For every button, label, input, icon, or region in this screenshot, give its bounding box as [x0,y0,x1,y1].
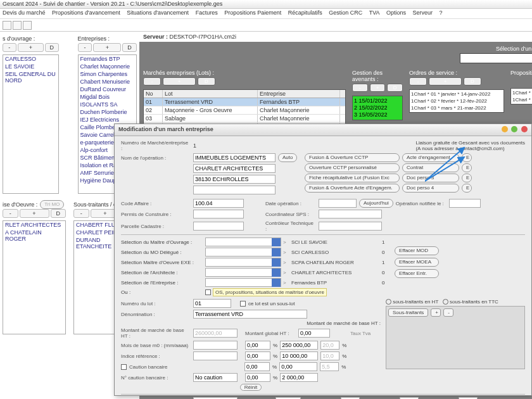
menu-item[interactable]: Gestion CRC [329,10,362,16]
minimize-icon[interactable] [502,126,508,132]
d-button[interactable]: D [51,209,66,218]
d-button[interactable]: D [387,84,403,92]
list-item[interactable]: 1Charl * S02 * L01 * juillet * [512,96,532,103]
effacer-mod-button[interactable]: Effacer MOD [395,246,439,255]
list-item[interactable]: CARLESSO [3,55,58,63]
r3c[interactable] [320,362,339,371]
dateop-input[interactable] [319,199,357,208]
doc-button[interactable]: Ouverture CCTP personnalisé [305,163,400,172]
toolbar-button[interactable] [23,21,32,30]
close-icon[interactable] [521,126,528,132]
effacer-entr-button[interactable]: Effacer Entr. [395,269,439,278]
list-item[interactable]: SEIL GENERAL DU NORD [3,70,58,84]
r1c[interactable] [320,341,339,350]
e-button[interactable]: E [462,163,472,172]
sel-moexe-dd[interactable] [205,258,281,267]
add-st-button[interactable]: + [431,308,441,317]
op1-input[interactable] [193,153,276,162]
menu-item[interactable]: Situations d'avancement [127,10,189,16]
add-button[interactable]: + [163,77,196,86]
r2a[interactable] [245,352,270,360]
st-ttc-radio[interactable] [443,299,448,305]
list-item[interactable]: Chabert Menuiserie [79,78,136,86]
os-checkbox[interactable] [205,289,211,295]
add-button[interactable]: + [20,209,49,218]
sel-ent-dd[interactable] [205,278,281,287]
code-input[interactable] [193,199,244,208]
remove-button[interactable]: - [143,77,161,86]
list-item[interactable]: DuRand Couvreur [79,86,136,93]
menu-item[interactable]: Factures [196,10,218,16]
menu-item[interactable]: Récapitulatifs [288,10,322,16]
list-item[interactable]: Duchen Plomberie [79,108,136,116]
d-button[interactable]: D [122,43,137,52]
table-row[interactable]: 01Terrassement VRDFernandes BTP [144,98,345,106]
caution-checkbox[interactable] [121,364,127,370]
marche-dropdown[interactable]: ▼ [460,53,532,63]
orders-box[interactable]: 1Charl * 01 * janvier * 14-janv-2022 1Ch… [409,89,504,113]
doc-button[interactable]: Acte d'engagement [402,153,459,162]
parcelle-input[interactable] [193,222,244,231]
d-button[interactable]: D [464,77,481,86]
list-item[interactable]: 1Charl * S01 * L01 * mai * 1 [512,89,532,96]
remove-button[interactable]: - [73,209,89,218]
numlot-input[interactable] [193,299,231,308]
op2-input[interactable] [193,164,276,173]
coord-input[interactable] [319,210,382,218]
menu-item[interactable]: Propositions d'avancement [52,10,120,16]
ctrl-input[interactable] [319,222,382,231]
effacer-moea-button[interactable]: Effacer MOEA [395,258,439,267]
mbase-input[interactable] [193,329,238,338]
auto-button[interactable]: Auto [278,153,297,162]
remove-button[interactable]: - [352,84,368,92]
list-item[interactable]: Fernandes BTP [79,55,136,63]
remove-button[interactable]: - [409,77,427,86]
opnot-input[interactable] [449,199,481,208]
st-ht-radio[interactable] [386,299,391,305]
list-item[interactable]: 1Charl * 03 * mars * 21-mar-2022 [411,104,502,111]
r1b[interactable] [280,341,318,350]
r2b[interactable] [280,352,318,360]
list-item[interactable]: Simon Charpentes [79,70,136,78]
add-button[interactable]: + [18,43,44,52]
remove-st-button[interactable]: - [443,308,453,317]
e-button[interactable]: E [462,174,472,182]
mglob-input[interactable] [298,329,330,338]
sel-mod-dd[interactable] [205,248,281,256]
menu-item[interactable]: Options [386,10,406,16]
menu-item[interactable]: Serveur [413,10,433,16]
reinit-button[interactable]: Réinit [240,384,262,391]
op3-input[interactable] [193,175,276,184]
table-row[interactable]: 03SablageCharlet Maçonnerie [144,115,345,123]
remove-button[interactable]: - [78,43,92,52]
list-item[interactable]: 1Charl * 02 * février * 12-fév-2022 [411,98,502,104]
list-item[interactable]: A CHATELAIN ROGER [3,229,65,243]
moisbase-input[interactable] [193,341,238,350]
moe-list[interactable]: RLET ARCHITECTES A CHATELAIN ROGER [3,220,66,334]
list-item[interactable]: ISOLANTS SA [79,101,136,108]
list-item[interactable]: IEJ Electriciens [79,116,136,124]
list-item[interactable]: 3 15/05/2022 [354,111,401,118]
list-item[interactable]: 1Charl * 01 * janvier * 14-janv-2022 [411,91,502,98]
r4b[interactable] [280,373,318,382]
r3b[interactable] [279,362,317,371]
list-item[interactable]: Charlet Maçonnerie [79,63,136,70]
sel-arch-dd[interactable] [205,268,281,277]
table-row[interactable]: 02Maçonnerie - Gros OeuvreCharlet Maçonn… [144,106,345,115]
ncaution-input[interactable] [193,373,238,382]
list-item[interactable]: RLET ARCHITECTES [3,221,65,229]
list-item[interactable]: LE SAVOIE [3,63,58,70]
doc-button[interactable]: Doc perso 3 [402,174,459,182]
sous-traitants-button[interactable]: Sous-traitants [388,308,428,317]
ouvrages-list[interactable]: CARLESSO LE SAVOIE SEIL GENERAL DU NORD [3,54,59,194]
list-item[interactable]: Migdal Bois [79,93,136,101]
doc-button[interactable]: Fiche récapitulative Lot (Fusion Exc [305,174,400,182]
denom-input[interactable] [193,310,307,319]
maximize-icon[interactable] [511,126,517,132]
today-button[interactable]: Aujourd'hui [359,199,393,208]
doc-button[interactable]: Fusion & Ouverture Acte d'Engagem. [305,184,400,193]
menu-item[interactable]: ? [440,10,443,16]
menu-item[interactable]: TVA [369,10,380,16]
r4a[interactable] [245,373,270,382]
add-button[interactable]: + [370,84,386,92]
